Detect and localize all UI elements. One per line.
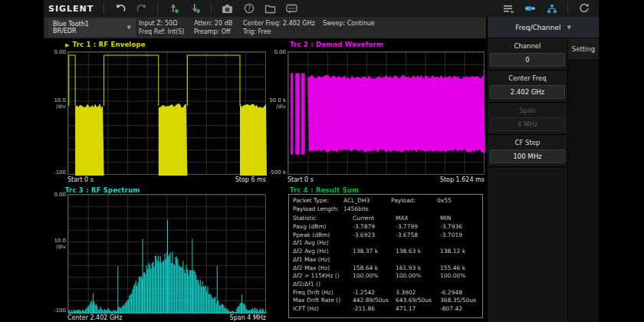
trc1-x-start: Start 0 s <box>67 176 94 183</box>
trc1-title: ▶Trc 1 : RF Envelope <box>65 41 146 48</box>
siglent-logo: SIGLENT <box>48 4 94 14</box>
trc3-y-scale: 10.0/div <box>45 238 66 250</box>
chevron-down-icon: ▼ <box>127 25 131 31</box>
result-table-row: Δf2 > 115KHz ()100.00%100.00%100.00% <box>293 272 481 281</box>
result-table-row: Δf2/Δf1 () <box>293 281 481 289</box>
help-icon[interactable]: ? <box>243 3 255 15</box>
sidebar-menu-title: Freq/Channel <box>515 24 560 31</box>
recall-marker-icon[interactable] <box>189 3 201 15</box>
trc2-y-scale: 50.0 k/div <box>265 97 286 110</box>
atten: Atten: 20 dB <box>194 19 232 28</box>
chevron-down-icon: ▼ <box>567 25 570 31</box>
atten-settings: Atten: 20 dB Preamp: Off <box>194 19 232 36</box>
trc1-y-min: -100 <box>45 169 66 176</box>
trigger: Trig: Free <box>243 28 315 36</box>
result-table-row: Δf2 Max (Hz)158.64 k161.93 k155.46 k <box>293 264 481 273</box>
channel-value[interactable]: 0 <box>490 53 565 67</box>
input-z: Input Z: 50Ω <box>139 19 184 28</box>
trc3-x-center: Center 2.402 GHz <box>67 314 122 321</box>
span-value: 4 MHz <box>490 117 565 131</box>
sidebar-setting-column: Setting <box>568 38 599 322</box>
trc3-y-ref: 0.00 <box>45 192 66 198</box>
result-table-row: Pavg (dBm)-3.7879-3.7799-3.7936 <box>293 223 481 232</box>
center-freq-value[interactable]: 2.402 GHz <box>490 85 565 99</box>
divider <box>567 3 568 14</box>
mode-name: Blue Tooth1 <box>53 21 89 28</box>
divider <box>157 3 158 14</box>
trc3-plot[interactable] <box>67 194 266 313</box>
result-table-packet-row: Packet Type:ACL_DH3Payload:0x55 <box>293 197 481 205</box>
folder-icon[interactable] <box>264 3 276 15</box>
trc1-y-scale: 10.0/div <box>45 97 66 110</box>
lan-icon[interactable] <box>546 3 557 15</box>
sidebar: Channel 0 Center Freq 2.402 GHz Span 4 M… <box>488 38 599 322</box>
result-table-header-row: StatisticCurrentMAXMIN <box>293 215 481 223</box>
active-trace-marker-icon: ▶ <box>65 42 70 48</box>
measurement-info-bar: Blue Tooth1 BR/EDR ▼ Input Z: 50Ω Freq R… <box>44 17 486 38</box>
screen: SIGLENT ? <box>0 0 644 322</box>
result-table-row: Δf1 Avg (Hz) <box>293 239 481 248</box>
trc2-y-min: -500 k <box>265 169 286 176</box>
trc2-x-stop: Stop 1.624 ms <box>400 176 485 183</box>
sidebar-item-center-freq[interactable]: Center Freq 2.402 GHz <box>488 71 567 103</box>
result-table-length-row: Payload Length:1456bits <box>293 205 481 214</box>
mode-standard: BR/EDR <box>53 28 89 34</box>
preamp: Preamp: Off <box>194 28 232 36</box>
sidebar-menu: Channel 0 Center Freq 2.402 GHz Span 4 M… <box>488 38 567 322</box>
input-settings: Input Z: 50Ω Freq Ref: Int(S) <box>139 19 184 36</box>
result-sum-table[interactable]: Packet Type:ACL_DH3Payload:0x55Payload L… <box>288 194 483 318</box>
freq-ref: Freq Ref: Int(S) <box>139 28 184 36</box>
divider <box>104 3 104 14</box>
result-table-row: Freq Drift (Hz)-1.25423.3902-6.2948 <box>293 289 481 297</box>
sweep: Sweep: Continue <box>323 19 375 28</box>
message-icon[interactable] <box>286 3 297 15</box>
camera-icon[interactable] <box>222 3 233 15</box>
menu-list-icon[interactable] <box>503 3 514 15</box>
freq-trig-settings: Center Freq: 2.402 GHz Trig: Free <box>243 19 315 36</box>
result-table-row: Δf1 Max (Hz) <box>293 256 481 264</box>
usb-icon[interactable] <box>524 3 536 15</box>
trc4-title: Trc 4 : Result Sum <box>290 186 359 194</box>
trc3-y-min: -100 <box>45 307 66 314</box>
sidebar-item-cf-step[interactable]: CF Step 100 MHz <box>488 135 567 167</box>
trc2-title: Trc 2 : Demod Waveform <box>290 41 383 48</box>
trc1-plot[interactable] <box>67 51 266 175</box>
trc1-y-ref: 0.00 <box>45 49 66 55</box>
save-marker-icon[interactable] <box>168 3 179 15</box>
svg-text:?: ? <box>248 5 251 12</box>
trc2-x-start: Start 0 s <box>288 176 314 183</box>
result-table-row: Max Drift Rate ()442.89/50us643.69/50us3… <box>293 297 481 305</box>
cf-step-value[interactable]: 100 MHz <box>490 150 565 163</box>
result-table-row: Δf2 Avg (Hz)138.37 k138.63 k138.12 k <box>293 248 481 256</box>
result-table-row: Ppeak (dBm)-3.6923-3.6758-3.7019 <box>293 232 481 240</box>
reset-icon[interactable] <box>578 3 590 15</box>
tab-setting[interactable]: Setting <box>568 38 599 59</box>
sidebar-item-channel[interactable]: Channel 0 <box>488 38 567 71</box>
trc2-plot[interactable] <box>288 51 485 175</box>
analyzer-window: SIGLENT ? <box>44 0 599 322</box>
result-table-row: ICFT (Hz)-211.86471.17-807.42 <box>293 305 481 314</box>
sidebar-menu-header[interactable]: Freq/Channel ▼ <box>488 17 599 38</box>
center-freq: Center Freq: 2.402 GHz <box>243 19 315 28</box>
trc3-title: Trc 3 : RF Spectrum <box>65 186 140 194</box>
trc1-x-stop: Stop 6 ms <box>189 176 266 183</box>
measurement-mode-dropdown[interactable]: Blue Tooth1 BR/EDR ▼ <box>48 18 136 37</box>
divider <box>211 3 212 14</box>
toolbar: SIGLENT ? <box>44 0 599 17</box>
trace-display-area: ▶Trc 1 : RF Envelope 0.00 10.0/div -100 … <box>44 38 486 322</box>
trc2-y-ref: 0.00 <box>265 49 286 55</box>
redo-icon[interactable] <box>136 3 147 15</box>
undo-icon[interactable] <box>114 3 126 15</box>
sidebar-item-span: Span 4 MHz <box>488 103 567 135</box>
trc3-x-span: Span 4 MHz <box>189 314 266 321</box>
sweep-settings: Sweep: Continue <box>323 19 375 28</box>
